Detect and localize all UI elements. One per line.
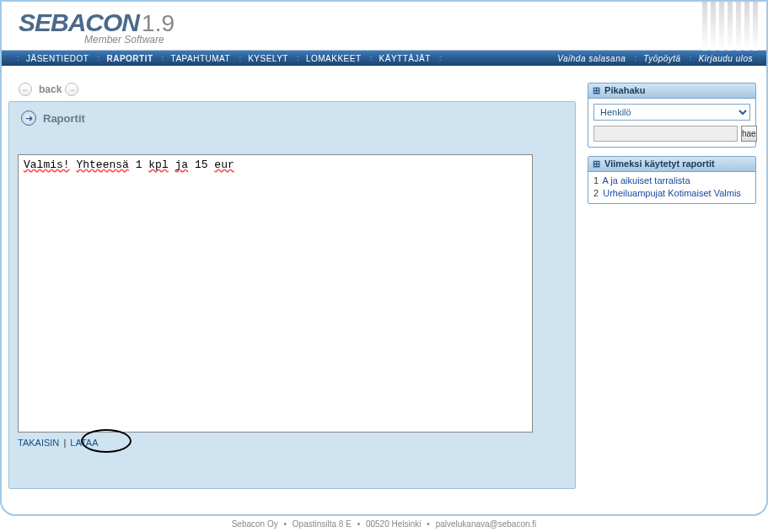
nav-kayttajat[interactable]: KÄYTTÄJÄT [376,54,434,63]
recent-item-number: 2 [593,188,599,198]
recent-report-item: 2 Urheiluampujat Kotimaiset Valmis [593,187,750,200]
recent-reports-title: Viimeksi käytetyt raportit [604,159,715,169]
report-actions: TAKAISIN | LATAA [18,438,567,448]
nav-logout[interactable]: Kirjaudu ulos [695,54,756,63]
logo-version: 1.9 [142,10,175,36]
back-label[interactable]: back [39,83,62,95]
footer-address: Opastinsilta 8 E [293,519,352,529]
recent-reports-box: ⊞ Viimeksi käytetyt raportit 1 A ja aiku… [588,156,756,204]
footer-dot-icon: • [357,519,361,529]
nav-separator-icon: :: [239,54,239,62]
report-word: Yhteensä [76,159,128,171]
back-navigation: ← back → [19,83,576,96]
recent-item-number: 1 [593,175,599,185]
expand-icon[interactable]: ⊞ [592,159,600,169]
footer-company: Sebacon Oy [232,519,278,529]
footer-city: 00520 Helsinki [366,519,422,529]
link-separator: | [63,438,66,448]
nav-separator-icon: :: [439,54,440,62]
back-link[interactable]: TAKAISIN [18,438,59,448]
back-arrow-icon[interactable]: ← [19,83,32,96]
nav-separator-icon: :: [690,54,690,62]
footer-dot-icon: • [284,519,287,529]
nav-kyselyt[interactable]: KYSELYT [244,54,292,63]
report-word: 15 [195,159,208,171]
nav-separator-icon: :: [162,54,163,62]
footer-dot-icon: • [427,519,430,529]
logo-subtitle: Member Software [84,34,175,46]
forward-arrow-icon[interactable]: → [65,83,78,96]
nav-separator-icon: :: [370,54,371,62]
nav-separator-icon: :: [634,54,635,62]
nav-desktop[interactable]: Työpöytä [640,54,684,63]
panel-title: Raportit [43,112,85,125]
nav-jasentiedot[interactable]: JÄSENTIEDOT [23,54,92,63]
nav-change-password[interactable]: Vaihda salasana [554,54,629,63]
logo-main: SEBACON [19,8,139,36]
download-link[interactable]: LATAA [70,438,98,448]
report-panel: ➜ Raportit Valmis! Yhteensä 1 kpl ja 15 [8,101,576,489]
footer: Sebacon Oy • Opastinsilta 8 E • 00520 He… [2,519,766,529]
nav-tapahtumat[interactable]: TAPAHTUMAT [168,54,234,63]
report-word: kpl [148,159,168,171]
quicksearch-select[interactable]: Henkilö [593,104,750,121]
recent-item-link[interactable]: Urheiluampujat Kotimaiset Valmis [603,188,741,198]
main-navbar: :: JÄSENTIEDOT :: RAPORTIT :: TAPAHTUMAT… [2,51,766,66]
quicksearch-title: Pikahaku [604,85,645,95]
logo: SEBACON 1.9 Member Software [19,8,175,46]
quicksearch-button[interactable]: hae [741,126,757,142]
recent-item-link[interactable]: A ja aikuiset tarralista [603,175,690,185]
report-word: eur [214,159,234,171]
report-word: 1 [136,159,142,171]
panel-arrow-icon: ➜ [21,110,36,126]
report-word: ja [175,159,189,171]
nav-separator-icon: :: [297,54,298,62]
nav-raportit[interactable]: RAPORTIT [103,54,156,63]
header-decor-stripes [702,2,758,51]
quicksearch-header: ⊞ Pikahaku [588,83,755,99]
recent-report-item: 1 A ja aikuiset tarralista [593,175,750,187]
expand-icon[interactable]: ⊞ [592,85,600,96]
nav-lomakkeet[interactable]: LOMAKKEET [303,54,365,63]
report-output[interactable]: Valmis! Yhteensä 1 kpl ja 15 eur [18,154,533,433]
quicksearch-box: ⊞ Pikahaku Henkilö hae [588,83,756,148]
quicksearch-input[interactable] [593,126,738,142]
nav-separator-icon: :: [17,54,18,62]
app-header: SEBACON 1.9 Member Software [2,2,766,51]
footer-email: palvelukanava@sebacon.fi [436,519,537,529]
report-word: Valmis! [24,159,70,171]
recent-reports-header: ⊞ Viimeksi käytetyt raportit [588,157,755,172]
nav-separator-icon: :: [97,54,98,62]
